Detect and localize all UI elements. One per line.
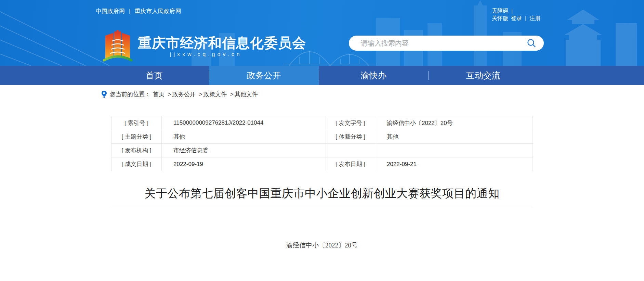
meta-label: [ 发布日期 ] [326,157,375,171]
meta-value: 2022-09-19 [161,157,326,171]
site-logo-link[interactable]: 重庆市经济和信息化委员会 jjxxw.cq.gov.cn [103,29,308,66]
emblem-icon [103,30,133,64]
topbar-left-links: 中国政府网 | 重庆市人民政府网 [96,7,181,15]
meta-label: [ 发文字号 ] [326,116,375,130]
breadcrumb-separator: > [230,91,234,98]
accessibility-link[interactable]: 无障碍 [492,7,508,15]
topbar-separator: | [129,8,130,15]
site-title: 重庆市经济和信息化委员会 [138,34,306,52]
main-nav: 首页政务公开渝快办互动交流 [0,66,644,85]
link-chongqing-gov[interactable]: 重庆市人民政府网 [134,7,181,15]
breadcrumb-items: 首页>政务公开>政策文件>其他文件 [150,90,258,98]
nav-tabs: 首页政务公开渝快办互动交流 [99,66,538,85]
site-header: 中国政府网 | 重庆市人民政府网 无障碍 | 关怀版 登录 | 注册 [0,0,644,66]
meta-value: 其他 [375,130,533,143]
breadcrumb-item-4[interactable]: 其他文件 [235,90,258,98]
meta-value: 11500000009276281J/2022-01044 [161,116,326,130]
topbar-right-links: 无障碍 | 关怀版 登录 | 注册 [492,7,540,22]
site-url: jjxxw.cq.gov.cn [170,51,242,58]
location-pin-icon [102,91,107,98]
meta-value: 2022-09-21 [375,157,533,171]
nav-tab-yukuaiban[interactable]: 渝快办 [319,66,429,85]
meta-value: 市经济信息委 [161,143,326,157]
meta-label: [ 体裁分类 ] [326,130,375,143]
link-china-gov[interactable]: 中国政府网 [96,7,125,15]
meta-value [375,143,533,157]
meta-label: [ 成文日期 ] [111,157,161,171]
meta-label: [ 索引号 ] [111,116,161,130]
topbar-separator: | [511,7,513,15]
breadcrumb-separator: > [168,91,171,98]
title-divider [111,208,533,208]
meta-label: [ 发布机构 ] [111,143,161,157]
breadcrumb-item-3[interactable]: 政策文件 [203,90,227,98]
nav-tab-home[interactable]: 首页 [99,66,209,85]
search-box [349,36,544,51]
care-version-link[interactable]: 关怀版 [492,15,508,22]
nav-tab-gov-info[interactable]: 政务公开 [209,66,319,85]
login-link[interactable]: 登录 [511,15,522,22]
search-icon[interactable] [527,38,536,48]
article-title: 关于公布第七届创客中国重庆市中小企业创新创业大赛获奖项目的通知 [111,186,533,201]
breadcrumb-label: 您当前的位置： [110,90,150,98]
register-link[interactable]: 注册 [529,15,540,22]
breadcrumb-item-2[interactable]: 政务公开 [172,90,196,98]
meta-value: 其他 [161,130,326,143]
breadcrumb-item-1[interactable]: 首页 [153,90,165,98]
page: 中国政府网 | 重庆市人民政府网 无障碍 | 关怀版 登录 | 注册 [0,0,644,281]
breadcrumb-separator: > [199,91,202,98]
breadcrumb: 您当前的位置： 首页>政务公开>政策文件>其他文件 [102,90,258,98]
meta-label: [ 主题分类 ] [111,130,161,143]
document-number: 渝经信中小〔2022〕20号 [111,241,533,250]
meta-table: [ 索引号 ]11500000009276281J/2022-01044[ 发文… [111,116,533,171]
meta-label [326,143,375,157]
topbar-separator: | [525,15,526,22]
search-input[interactable] [361,39,527,47]
meta-value: 渝经信中小〔2022〕20号 [375,116,533,130]
nav-tab-interaction[interactable]: 互动交流 [428,66,538,85]
